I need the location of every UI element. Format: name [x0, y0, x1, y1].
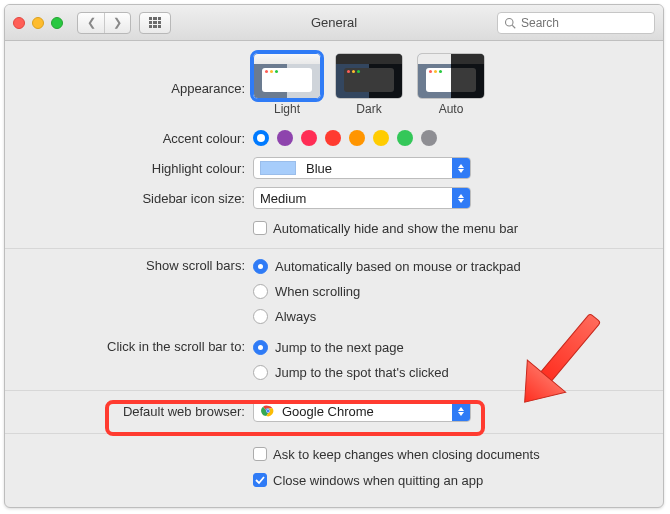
back-forward-segment: ❮ ❯	[77, 12, 131, 34]
accent-color-6[interactable]	[397, 130, 413, 146]
close-windows-quit-label: Close windows when quitting an app	[273, 473, 483, 488]
sidebar-label: Sidebar icon size:	[5, 191, 253, 206]
chevron-updown-icon	[452, 158, 470, 178]
browser-value: Google Chrome	[282, 404, 374, 419]
show-all-button[interactable]	[139, 12, 171, 34]
appearance-auto-label: Auto	[439, 102, 464, 116]
accent-color-0[interactable]	[253, 130, 269, 146]
appearance-option-light[interactable]: Light	[253, 53, 321, 116]
accent-color-group	[253, 130, 437, 146]
chevron-updown-icon	[452, 188, 470, 208]
search-field[interactable]	[497, 12, 655, 34]
back-button[interactable]: ❮	[78, 13, 104, 33]
scrollclick-option-0[interactable]: Jump to the next page	[253, 340, 404, 355]
search-icon	[504, 17, 516, 29]
scrollbars-option-0[interactable]: Automatically based on mouse or trackpad	[253, 259, 521, 274]
close-windows-quit-checkbox[interactable]: Close windows when quitting an app	[253, 473, 483, 488]
preferences-window: ❮ ❯ General Appearance: Light	[4, 4, 664, 508]
highlight-value: Blue	[306, 161, 332, 176]
ask-keep-changes-label: Ask to keep changes when closing documen…	[273, 447, 540, 462]
accent-label: Accent colour:	[5, 131, 253, 146]
zoom-icon[interactable]	[51, 17, 63, 29]
default-browser-popup[interactable]: Google Chrome	[253, 400, 471, 422]
accent-color-5[interactable]	[373, 130, 389, 146]
search-input[interactable]	[521, 16, 648, 30]
highlight-popup[interactable]: Blue	[253, 157, 471, 179]
scrollbars-option-1[interactable]: When scrolling	[253, 284, 360, 299]
grid-icon	[149, 17, 161, 29]
minimize-icon[interactable]	[32, 17, 44, 29]
scrollclick-option-1[interactable]: Jump to the spot that's clicked	[253, 365, 449, 380]
accent-color-1[interactable]	[277, 130, 293, 146]
forward-button[interactable]: ❯	[104, 13, 130, 33]
accent-color-4[interactable]	[349, 130, 365, 146]
autohide-menubar-checkbox[interactable]: Automatically hide and show the menu bar	[253, 221, 518, 236]
accent-color-2[interactable]	[301, 130, 317, 146]
highlight-swatch	[260, 161, 296, 175]
scrollbars-label: Show scroll bars:	[5, 257, 253, 273]
accent-color-7[interactable]	[421, 130, 437, 146]
appearance-option-auto[interactable]: Auto	[417, 53, 485, 116]
browser-label: Default web browser:	[5, 404, 253, 419]
accent-color-3[interactable]	[325, 130, 341, 146]
content-area: Appearance: Light Dark Auto	[5, 41, 663, 492]
svg-point-5	[267, 410, 270, 413]
appearance-option-dark[interactable]: Dark	[335, 53, 403, 116]
scrollclick-label: Click in the scroll bar to:	[5, 338, 253, 354]
highlight-label: Highlight colour:	[5, 161, 253, 176]
chevron-updown-icon	[452, 401, 470, 421]
appearance-light-label: Light	[274, 102, 300, 116]
scrollbars-option-2[interactable]: Always	[253, 309, 316, 324]
svg-point-0	[506, 18, 514, 26]
chrome-icon	[260, 403, 276, 419]
appearance-dark-label: Dark	[356, 102, 381, 116]
close-icon[interactable]	[13, 17, 25, 29]
sidebar-value: Medium	[254, 191, 452, 206]
svg-line-1	[512, 25, 515, 28]
autohide-menubar-label: Automatically hide and show the menu bar	[273, 221, 518, 236]
ask-keep-changes-checkbox[interactable]: Ask to keep changes when closing documen…	[253, 447, 540, 462]
appearance-label: Appearance:	[5, 53, 253, 96]
window-controls	[13, 17, 63, 29]
sidebar-size-popup[interactable]: Medium	[253, 187, 471, 209]
titlebar: ❮ ❯ General	[5, 5, 663, 41]
